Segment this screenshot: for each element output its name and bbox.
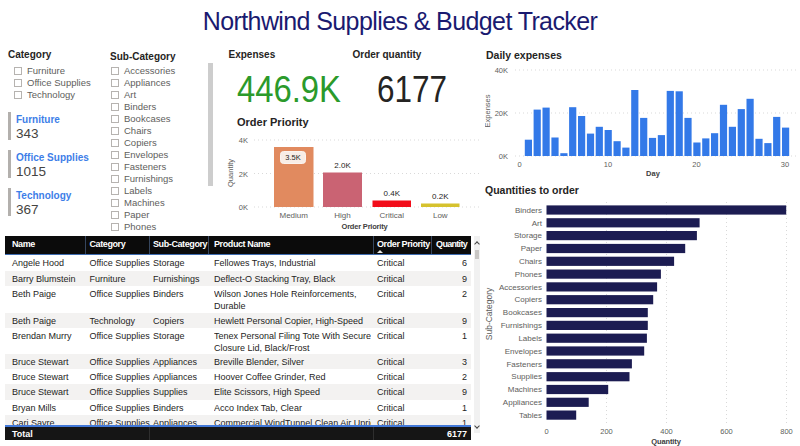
svg-text:400: 400 [660,427,673,436]
svg-text:446.9K: 446.9K [237,69,341,110]
svg-text:Chairs: Chairs [519,257,542,266]
svg-text:6177: 6177 [377,69,447,110]
svg-text:Envelopes: Envelopes [505,347,542,356]
svg-text:Sub-Category: Sub-Category [485,287,494,340]
svg-text:Critical: Critical [380,211,405,220]
svg-text:0K: 0K [499,152,508,161]
svg-text:30: 30 [781,160,789,169]
svg-text:Storage: Storage [514,231,543,240]
svg-text:Bookcases: Bookcases [503,308,542,317]
svg-text:20K: 20K [495,109,508,118]
svg-text:Order Priority: Order Priority [342,222,389,231]
svg-text:20: 20 [692,160,700,169]
svg-text:Copiers: Copiers [514,295,542,304]
svg-text:Fasteners: Fasteners [506,360,542,369]
svg-text:Tables: Tables [519,411,542,420]
svg-text:High: High [334,211,350,220]
svg-text:Binders: Binders [515,206,542,215]
svg-text:40K: 40K [495,66,508,75]
svg-text:0: 0 [544,427,548,436]
svg-text:2K: 2K [239,170,248,179]
svg-text:Phones: Phones [515,270,542,279]
svg-text:0.4K: 0.4K [384,189,401,198]
svg-text:200: 200 [600,427,613,436]
svg-text:Low: Low [433,211,448,220]
svg-text:3.5K: 3.5K [285,153,300,162]
svg-text:Paper: Paper [521,244,543,253]
svg-text:0.2K: 0.2K [432,192,449,201]
svg-text:10: 10 [604,160,612,169]
svg-text:Art: Art [532,219,543,228]
svg-text:Day: Day [646,169,661,178]
svg-text:800: 800 [780,427,793,436]
svg-text:600: 600 [720,427,733,436]
svg-text:Supplies: Supplies [511,372,542,381]
svg-text:Expenses: Expenses [485,94,492,127]
svg-text:Medium: Medium [279,211,308,220]
svg-text:Quantity: Quantity [226,159,235,187]
svg-text:Accessories: Accessories [499,283,542,292]
svg-text:Appliances: Appliances [503,398,542,407]
svg-text:Labels: Labels [518,334,542,343]
svg-text:0: 0 [517,160,521,169]
svg-text:4K: 4K [239,136,248,145]
svg-text:Machines: Machines [508,385,542,394]
svg-text:Quantity: Quantity [651,437,682,446]
svg-text:Furnishings: Furnishings [501,321,542,330]
svg-text:0K: 0K [239,203,248,212]
svg-text:2.0K: 2.0K [334,161,351,170]
